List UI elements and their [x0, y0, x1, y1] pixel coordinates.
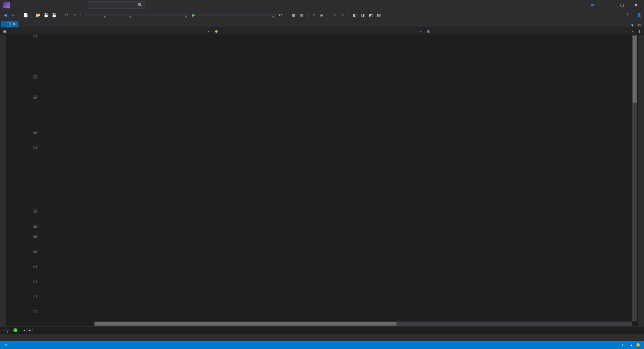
status-icon: ▭ [3, 343, 8, 347]
window-controls: — ▢ ✕ [591, 0, 643, 10]
split-view-icon[interactable]: ⫿ [639, 29, 641, 34]
run-target-dropdown[interactable] [199, 14, 276, 16]
config-dropdown[interactable] [84, 14, 107, 16]
properties-tab[interactable] [638, 39, 644, 43]
statusbar: ▭ ↑ ▴ 🔔 [0, 341, 644, 349]
field-icon: ◉ [427, 29, 431, 34]
new-item-icon[interactable]: 📄 [22, 12, 29, 18]
menu-project[interactable] [30, 4, 36, 6]
tab-output[interactable] [9, 337, 14, 338]
fold-box[interactable]: + [34, 210, 37, 213]
notifications-icon[interactable]: 🔔 [636, 343, 641, 347]
forward-icon[interactable]: ▶ [10, 12, 16, 18]
toolbox-panel-tab[interactable] [0, 35, 7, 326]
menu-build[interactable] [36, 4, 42, 6]
nav-project-dropdown[interactable]: ▣ [0, 28, 212, 34]
titlebar: 🔍 — ▢ ✕ [0, 0, 644, 10]
menu-file[interactable] [12, 4, 17, 6]
menu-edit[interactable] [18, 4, 23, 6]
toolbar-icon-3[interactable]: ◨ [360, 12, 366, 18]
fold-box[interactable]: − [34, 75, 37, 78]
outline-column[interactable]: + − − + + + + + + + + + + [33, 35, 38, 321]
open-icon[interactable]: 📂 [35, 12, 41, 18]
notifications-tab[interactable] [638, 47, 644, 51]
fold-box[interactable]: + [34, 265, 37, 268]
menu-help[interactable] [78, 4, 84, 6]
undo-icon[interactable]: ↶ [63, 12, 69, 18]
menu-extensions[interactable] [66, 4, 72, 6]
uncomment-icon[interactable]: ▭ [339, 12, 345, 18]
file-tab-active[interactable]: ✕ [1, 21, 18, 27]
class-icon: ◆ [215, 29, 219, 34]
menu-tools[interactable] [60, 4, 66, 6]
save-icon[interactable]: 💾 [43, 12, 49, 18]
vertical-scrollbar[interactable] [632, 35, 637, 321]
platform-dropdown[interactable] [109, 14, 133, 16]
fold-box[interactable]: − [34, 96, 37, 99]
project-icon: ▣ [3, 29, 7, 34]
menu-view[interactable] [24, 4, 30, 6]
close-tab-icon[interactable]: ✕ [13, 22, 16, 26]
solution-explorer-tab[interactable] [638, 35, 644, 39]
line-gutter [7, 35, 33, 321]
search-input[interactable] [88, 1, 145, 9]
bookmark-icon[interactable]: ◧ [352, 12, 358, 18]
issue-nav[interactable]: ◂▸ [22, 328, 33, 332]
menu-test[interactable] [48, 4, 54, 6]
toolbar-icon-5[interactable]: ▤ [376, 12, 382, 18]
toolbar-icon-4[interactable]: ◩ [368, 12, 374, 18]
fold-box[interactable]: + [34, 35, 37, 38]
nav-scope-dropdown[interactable]: ◆ [212, 28, 424, 34]
editor-area: + − − + + + + + + + + + + [0, 35, 644, 326]
maximize-button[interactable]: ▢ [615, 0, 629, 10]
source-control-icon[interactable]: ↑ [622, 343, 624, 347]
fold-box[interactable]: + [34, 146, 37, 149]
back-icon[interactable]: ◀ [2, 12, 8, 18]
menu-debug[interactable] [42, 4, 48, 6]
startup-project-dropdown[interactable] [135, 14, 189, 16]
minimize-button[interactable]: — [601, 0, 614, 10]
save-all-icon[interactable]: 💾 [51, 12, 57, 18]
fold-box[interactable]: + [34, 250, 37, 253]
output-window-tabs [0, 334, 644, 341]
fold-box[interactable]: + [34, 280, 37, 283]
fold-box[interactable]: + [34, 295, 37, 298]
tab-settings-icon[interactable]: ⚙ [637, 23, 642, 27]
toolbar-icon-1[interactable]: ▦ [290, 12, 296, 18]
liveshare-icon[interactable]: ⇪ [626, 13, 629, 17]
indent-right-icon[interactable]: ≣ [319, 12, 325, 18]
pin-icon[interactable] [7, 22, 11, 26]
indent-left-icon[interactable]: ≡ [311, 12, 317, 18]
feedback-icon[interactable]: 👤 [636, 12, 642, 18]
user-badge[interactable] [591, 4, 594, 6]
issues-ok-icon [13, 328, 17, 332]
vs-logo-icon [3, 2, 10, 8]
comment-icon[interactable]: ▭ [331, 12, 337, 18]
nav-bar: ▣ ◆ ◉ ⫿ [0, 27, 644, 35]
document-tabs: ✕ ▾ ⚙ [0, 20, 644, 27]
fold-box[interactable]: + [34, 235, 37, 238]
menu-window[interactable] [72, 4, 78, 6]
fold-box[interactable]: + [34, 131, 37, 134]
chevron-up-icon[interactable]: ▴ [630, 343, 632, 347]
search-icon[interactable]: 🔍 [138, 3, 143, 7]
toolbar-icon-2[interactable]: ▤ [298, 12, 304, 18]
redo-icon[interactable]: ↷ [71, 12, 77, 18]
fold-box[interactable]: + [34, 310, 37, 313]
tab-dropdown-icon[interactable]: ▾ [631, 23, 636, 27]
fold-box[interactable]: + [34, 225, 37, 228]
code-editor[interactable]: + − − + + + + + + + + + + [7, 35, 637, 326]
horizontal-scrollbar[interactable] [94, 322, 632, 326]
tab-web-publish[interactable] [15, 337, 21, 338]
menu-analyze[interactable] [54, 4, 60, 6]
close-button[interactable]: ✕ [629, 0, 643, 10]
refresh-icon[interactable]: ⟳ [278, 12, 284, 18]
code-content[interactable] [38, 35, 632, 321]
nav-member-dropdown[interactable]: ◉ [424, 28, 636, 34]
start-debug-icon[interactable]: ▶ [191, 12, 197, 18]
team-explorer-tab[interactable] [638, 43, 644, 47]
right-tool-tabs [637, 35, 644, 326]
zoom-dropdown[interactable] [3, 330, 10, 331]
menubar [12, 4, 84, 6]
tab-error-list[interactable] [2, 337, 7, 338]
